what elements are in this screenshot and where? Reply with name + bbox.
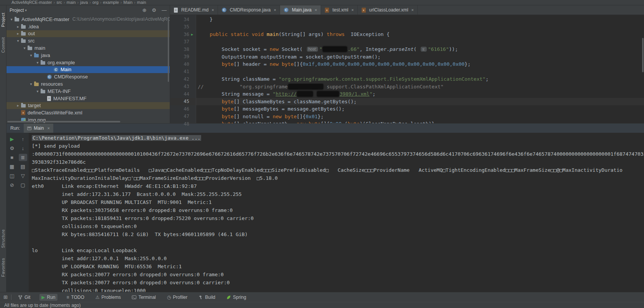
- code-line-39[interactable]: OutputStream outputStream = socket.getOu…: [196, 53, 644, 61]
- tool-window-button-structure[interactable]: Structure: [1, 229, 5, 248]
- run-settings-icon[interactable]: ⚙: [8, 145, 16, 152]
- pin-icon[interactable]: ◫: [8, 172, 16, 179]
- console[interactable]: C:\Penetration\ProgramTools\Java\jdk1.8\…: [29, 133, 644, 292]
- clear-all-icon[interactable]: ⊘: [8, 181, 16, 189]
- toolwindow-button-problems[interactable]: ⚠Problems: [93, 294, 123, 301]
- close-tab-icon[interactable]: ×: [211, 8, 214, 12]
- code-line-47[interactable]: byte[] notnull = new byte[]{0x01};: [196, 113, 644, 121]
- toolwindow-button-build[interactable]: Build: [197, 294, 217, 301]
- tab-urlClassLoader.xml[interactable]: xurlClassLoader.xml×: [358, 5, 418, 15]
- tree-item-target[interactable]: ▸target: [7, 102, 170, 109]
- next-occurrence-icon[interactable]: ↓: [19, 145, 27, 152]
- project-tree-vertical-scrollbar[interactable]: [168, 17, 169, 82]
- tree-item-MANIFEST.MF[interactable]: ≡MANIFEST.MF: [7, 95, 170, 102]
- tree-item-META-INF[interactable]: ▾META-INF: [7, 88, 170, 95]
- close-tab-icon[interactable]: ×: [315, 8, 317, 12]
- toolwindow-button-spring[interactable]: Spring: [224, 294, 248, 301]
- editor-code[interactable]: } public static void main(String[] args)…: [196, 15, 644, 123]
- code-line-46[interactable]: byte[] messageBytes = message.getBytes()…: [196, 105, 644, 113]
- console-line[interactable]: RX packets:30375658 errors:0 dropped:8 o…: [32, 207, 644, 215]
- tree-item-CMDResponse[interactable]: CCMDResponse: [7, 73, 170, 80]
- console-line[interactable]: [*] send payload: [32, 143, 644, 151]
- code-line-36[interactable]: public static void main(String[] args) t…: [196, 31, 644, 38]
- screenshot-icon[interactable]: ▢: [19, 181, 27, 189]
- code-line-48[interactable]: byte[] classNameLength = new byte[]{0x00…: [196, 120, 644, 123]
- console-line[interactable]: TX packets:181859431 errors:0 dropped:75…: [32, 215, 644, 223]
- chevron-open-icon[interactable]: ▾: [15, 39, 21, 43]
- console-line[interactable]: collisions:0 txqueuelen:0: [32, 223, 644, 231]
- run-line-icon[interactable]: ▶: [191, 33, 193, 36]
- stop-icon[interactable]: ■: [8, 154, 16, 161]
- chevron-open-icon[interactable]: ▾: [35, 89, 40, 93]
- console-line[interactable]: TX packets:20077 errors:0 dropped:0 over…: [32, 280, 644, 288]
- tree-item-ActiveMqRCE-master[interactable]: ▾ActiveMqRCE-masterC:\Users\Anonymous\De…: [7, 16, 170, 23]
- close-tab-icon[interactable]: ×: [351, 8, 354, 12]
- breadcrumb-item[interactable]: src: [55, 0, 64, 5]
- run-tab-main[interactable]: Main ×: [24, 124, 53, 133]
- console-line[interactable]: inet addr:172.31.36.177 Bcast:0.0.0.0 Ma…: [32, 191, 644, 199]
- chevron-open-icon[interactable]: ▾: [35, 60, 40, 65]
- tab-Main.java[interactable]: CMain.java×: [280, 5, 321, 15]
- chevron-closed-icon[interactable]: ▸: [15, 103, 21, 108]
- toolwindow-button-profiler[interactable]: ◷Profiler: [165, 294, 190, 301]
- console-line[interactable]: inet addr:127.0.0.1 Mask:255.0.0.0: [32, 256, 644, 264]
- project-tree-horizontal-scrollbar[interactable]: [7, 121, 120, 122]
- console-line[interactable]: [32, 240, 644, 248]
- console-line[interactable]: eth0 Link encap:Ethernet HWaddr 4E:E1:CA…: [32, 183, 644, 191]
- tree-item-resources[interactable]: ▾resources: [7, 80, 170, 88]
- chevron-open-icon[interactable]: ▾: [28, 82, 34, 86]
- soft-wrap-icon[interactable]: ≣: [19, 154, 27, 161]
- toolwindow-button-todo[interactable]: ≡TODO: [65, 294, 86, 301]
- tool-window-button-favorites[interactable]: Favorites: [1, 258, 5, 277]
- tree-item-java[interactable]: ▾java: [7, 52, 170, 59]
- code-line-34[interactable]: }: [196, 16, 644, 23]
- code-line-43[interactable]: // "org.springframe support.ClassPathXml…: [196, 83, 644, 91]
- breadcrumb-item[interactable]: main: [135, 0, 147, 5]
- prev-occurrence-icon[interactable]: ↑: [19, 135, 27, 143]
- close-tab-icon[interactable]: ×: [47, 126, 49, 130]
- breadcrumb-item[interactable]: Main: [122, 0, 134, 5]
- breadcrumb-item[interactable]: org: [91, 0, 100, 5]
- code-line-40[interactable]: byte[] header = new byte[]{0x1f,0x00,0x0…: [196, 60, 644, 68]
- console-line[interactable]: RX bytes:8835416711 (8.2 GiB) TX bytes:4…: [32, 231, 644, 240]
- code-line-41[interactable]: [196, 68, 644, 76]
- toolwindow-button-run[interactable]: ▶Run: [39, 294, 57, 301]
- editor[interactable]: 343536▶373839404142434445464748 } public…: [170, 15, 644, 123]
- console-line[interactable]: MaxInactivityDurationInitalDelay□'□□MaxF…: [32, 175, 644, 183]
- tab-CMDResponse.java[interactable]: CCMDResponse.java×: [218, 5, 280, 15]
- chevron-open-icon[interactable]: ▾: [22, 46, 27, 50]
- project-panel-title[interactable]: Project: [10, 8, 24, 13]
- code-line-35[interactable]: [196, 23, 644, 31]
- toolwindow-button-git[interactable]: Git: [16, 294, 32, 301]
- tree-item-out[interactable]: ▸out: [7, 30, 170, 37]
- close-tab-icon[interactable]: ×: [411, 8, 414, 12]
- chevron-closed-icon[interactable]: ▸: [15, 24, 21, 29]
- window-switcher-icon[interactable]: ⊞: [3, 294, 8, 300]
- console-line[interactable]: lo Link encap:Local Loopback: [32, 248, 644, 256]
- console-line[interactable]: C:\Penetration\ProgramTools\Java\jdk1.8\…: [32, 135, 644, 143]
- tree-item-main[interactable]: ▾main: [7, 44, 170, 52]
- console-line[interactable]: :000000731f00000000000000000000000101004…: [32, 151, 644, 159]
- chevron-open-icon[interactable]: ▾: [28, 53, 34, 57]
- toolwindow-button-terminal[interactable]: Terminal: [130, 294, 157, 301]
- project-title-caret-icon[interactable]: ▾: [25, 8, 27, 12]
- code-line-37[interactable]: [196, 38, 644, 46]
- code-line-42[interactable]: String className = "org.springframework.…: [196, 75, 644, 83]
- rerun-icon[interactable]: ▶: [8, 135, 16, 143]
- settings-button-icon[interactable]: ⚙: [152, 7, 156, 13]
- console-line[interactable]: UP LOOPBACK RUNNING MTU:65536 Metric:1: [32, 264, 644, 272]
- breadcrumb-item[interactable]: java: [79, 0, 89, 5]
- console-line[interactable]: RX packets:20077 errors:0 dropped:0 over…: [32, 272, 644, 280]
- tab-test.xml[interactable]: xtest.xml×: [321, 5, 358, 15]
- code-line-45[interactable]: byte[] ClassNameBytes = className.getByt…: [196, 98, 644, 106]
- tree-item-.idea[interactable]: ▸.idea: [7, 23, 170, 30]
- console-line[interactable]: 3938392f312e786d6c: [32, 159, 644, 167]
- hide-panel-button-icon[interactable]: —: [162, 7, 167, 13]
- tree-item-src[interactable]: ▾src: [7, 37, 170, 44]
- editor-scrollbar-thumb[interactable]: [642, 38, 644, 72]
- tree-item-defineClassWriteFile.xml[interactable]: xdefineClassWriteFile.xml: [7, 109, 170, 116]
- chevron-closed-icon[interactable]: ▸: [15, 31, 21, 36]
- tab-README.md[interactable]: ≡README.md×: [170, 5, 218, 15]
- console-line[interactable]: UP BROADCAST RUNNING MULTICAST MTU:9001 …: [32, 199, 644, 207]
- tree-item-Main[interactable]: CMain: [7, 66, 170, 73]
